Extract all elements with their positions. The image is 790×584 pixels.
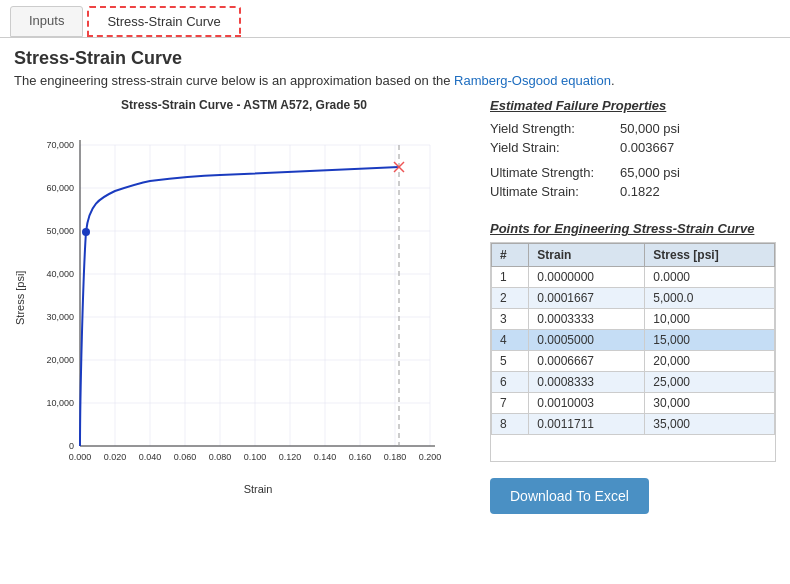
cell-stress: 0.0000 <box>645 267 775 288</box>
yield-strain-row: Yield Strain: 0.003667 <box>490 138 688 157</box>
yield-strength-label: Yield Strength: <box>490 119 620 138</box>
cell-num: 6 <box>492 372 529 393</box>
svg-text:40,000: 40,000 <box>46 269 74 279</box>
cell-stress: 30,000 <box>645 393 775 414</box>
svg-text:30,000: 30,000 <box>46 312 74 322</box>
cell-strain: 0.0005000 <box>529 330 645 351</box>
cell-num: 8 <box>492 414 529 435</box>
table-row: 6 0.0008333 25,000 <box>492 372 775 393</box>
cell-strain: 0.0001667 <box>529 288 645 309</box>
col-num: # <box>492 244 529 267</box>
svg-text:0.140: 0.140 <box>314 452 337 462</box>
data-table-wrap[interactable]: # Strain Stress [psi] 1 0.0000000 0.0000… <box>490 242 776 462</box>
table-row: 3 0.0003333 10,000 <box>492 309 775 330</box>
ultimate-strain-value: 0.1822 <box>620 182 688 201</box>
svg-text:0.160: 0.160 <box>349 452 372 462</box>
col-stress: Stress [psi] <box>645 244 775 267</box>
cell-strain: 0.0000000 <box>529 267 645 288</box>
cell-stress: 15,000 <box>645 330 775 351</box>
cell-stress: 20,000 <box>645 351 775 372</box>
page-title: Stress-Strain Curve <box>14 48 776 69</box>
points-title: Points for Engineering Stress-Strain Cur… <box>490 221 776 236</box>
svg-point-41 <box>82 228 90 236</box>
right-panel: Estimated Failure Properties Yield Stren… <box>490 98 776 574</box>
svg-text:0.180: 0.180 <box>384 452 407 462</box>
chart-title: Stress-Strain Curve - ASTM A572, Grade 5… <box>121 98 367 112</box>
table-row: 4 0.0005000 15,000 <box>492 330 775 351</box>
table-row: 2 0.0001667 5,000.0 <box>492 288 775 309</box>
yield-strength-value: 50,000 psi <box>620 119 688 138</box>
table-row: 5 0.0006667 20,000 <box>492 351 775 372</box>
ultimate-strength-label: Ultimate Strength: <box>490 163 620 182</box>
svg-text:50,000: 50,000 <box>46 226 74 236</box>
svg-text:0.040: 0.040 <box>139 452 162 462</box>
yield-strain-label: Yield Strain: <box>490 138 620 157</box>
cell-strain: 0.0006667 <box>529 351 645 372</box>
description-prefix: The engineering stress-strain curve belo… <box>14 73 454 88</box>
failure-props-title: Estimated Failure Properties <box>490 98 776 113</box>
yield-strain-value: 0.003667 <box>620 138 688 157</box>
chart-wrap: Stress [psi] <box>14 116 474 479</box>
svg-text:0.120: 0.120 <box>279 452 302 462</box>
tab-inputs[interactable]: Inputs <box>10 6 83 37</box>
failure-props-section: Estimated Failure Properties Yield Stren… <box>490 98 776 211</box>
cell-num: 4 <box>492 330 529 351</box>
svg-text:10,000: 10,000 <box>46 398 74 408</box>
cell-num: 7 <box>492 393 529 414</box>
chart-container: Stress-Strain Curve - ASTM A572, Grade 5… <box>14 98 474 574</box>
svg-text:70,000: 70,000 <box>46 140 74 150</box>
tab-stress-strain[interactable]: Stress-Strain Curve <box>87 6 240 37</box>
chart-svg-container: 0 10,000 20,000 30,000 40,000 50,000 60,… <box>30 116 474 479</box>
table-row: 1 0.0000000 0.0000 <box>492 267 775 288</box>
cell-stress: 35,000 <box>645 414 775 435</box>
table-row: 7 0.0010003 30,000 <box>492 393 775 414</box>
svg-text:60,000: 60,000 <box>46 183 74 193</box>
svg-text:0.020: 0.020 <box>104 452 127 462</box>
download-excel-button[interactable]: Download To Excel <box>490 478 649 514</box>
failure-props-table: Yield Strength: 50,000 psi Yield Strain:… <box>490 119 688 201</box>
cell-strain: 0.0010003 <box>529 393 645 414</box>
cell-stress: 25,000 <box>645 372 775 393</box>
col-strain: Strain <box>529 244 645 267</box>
cell-num: 3 <box>492 309 529 330</box>
description-suffix: . <box>611 73 615 88</box>
cell-stress: 5,000.0 <box>645 288 775 309</box>
main-area: Stress-Strain Curve - ASTM A572, Grade 5… <box>14 98 776 574</box>
cell-strain: 0.0011711 <box>529 414 645 435</box>
yield-strength-row: Yield Strength: 50,000 psi <box>490 119 688 138</box>
y-axis-label: Stress [psi] <box>14 116 26 479</box>
cell-strain: 0.0003333 <box>529 309 645 330</box>
description: The engineering stress-strain curve belo… <box>14 73 776 88</box>
cell-strain: 0.0008333 <box>529 372 645 393</box>
cell-num: 2 <box>492 288 529 309</box>
stress-strain-chart: 0 10,000 20,000 30,000 40,000 50,000 60,… <box>30 116 450 476</box>
svg-text:0.100: 0.100 <box>244 452 267 462</box>
x-axis-label: Strain <box>216 483 273 495</box>
ramberg-osgood-link[interactable]: Ramberg-Osgood equation <box>454 73 611 88</box>
svg-text:0.080: 0.080 <box>209 452 232 462</box>
main-content: Stress-Strain Curve The engineering stre… <box>0 38 790 584</box>
svg-text:0.000: 0.000 <box>69 452 92 462</box>
svg-text:0: 0 <box>69 441 74 451</box>
points-section: Points for Engineering Stress-Strain Cur… <box>490 221 776 462</box>
svg-text:0.060: 0.060 <box>174 452 197 462</box>
ultimate-strain-label: Ultimate Strain: <box>490 182 620 201</box>
table-header-row: # Strain Stress [psi] <box>492 244 775 267</box>
cell-num: 5 <box>492 351 529 372</box>
ultimate-strength-value: 65,000 psi <box>620 163 688 182</box>
data-table: # Strain Stress [psi] 1 0.0000000 0.0000… <box>491 243 775 435</box>
ultimate-strength-row: Ultimate Strength: 65,000 psi <box>490 163 688 182</box>
cell-stress: 10,000 <box>645 309 775 330</box>
cell-num: 1 <box>492 267 529 288</box>
ultimate-strain-row: Ultimate Strain: 0.1822 <box>490 182 688 201</box>
svg-text:0.200: 0.200 <box>419 452 442 462</box>
tab-bar: Inputs Stress-Strain Curve <box>0 0 790 38</box>
svg-text:20,000: 20,000 <box>46 355 74 365</box>
table-row: 8 0.0011711 35,000 <box>492 414 775 435</box>
